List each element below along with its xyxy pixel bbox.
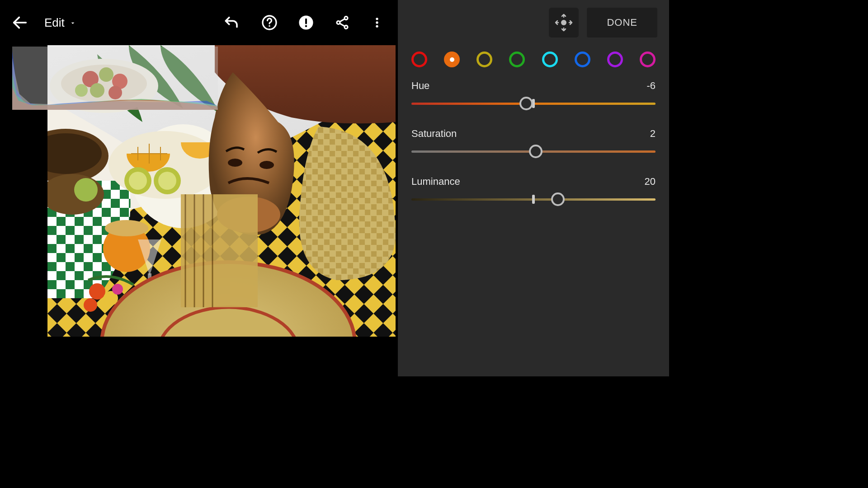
mode-label-text: Edit	[44, 16, 65, 30]
undo-button[interactable]	[222, 14, 241, 31]
svg-point-49	[105, 220, 148, 236]
svg-point-13	[376, 25, 378, 27]
svg-point-12	[376, 21, 378, 23]
main-area: Edit	[0, 0, 398, 376]
color-swatch-blue[interactable]	[575, 52, 590, 67]
hue-handle[interactable]	[519, 97, 533, 110]
chevron-down-icon	[69, 16, 76, 30]
adjustments-panel: DONE Hue -6 Saturation 2	[398, 0, 669, 376]
luminance-center-tick	[532, 195, 535, 204]
color-swatch-magenta[interactable]	[640, 52, 656, 67]
svg-point-5	[305, 25, 307, 28]
svg-point-2	[269, 25, 270, 27]
color-swatch-purple[interactable]	[607, 52, 623, 67]
luminance-slider[interactable]: Luminance 20	[411, 176, 656, 206]
hue-label: Hue	[411, 80, 429, 92]
color-swatch-yellow[interactable]	[476, 52, 492, 67]
color-swatch-orange[interactable]	[444, 52, 460, 67]
done-button-label: DONE	[607, 17, 637, 28]
luminance-value: 20	[645, 176, 656, 188]
svg-point-51	[89, 283, 105, 300]
svg-point-54	[112, 284, 123, 295]
histogram-overlay[interactable]	[12, 47, 218, 110]
luminance-handle[interactable]	[551, 192, 565, 206]
mode-dropdown[interactable]: Edit	[44, 16, 76, 30]
svg-point-45	[129, 172, 147, 190]
toolbar: Edit	[0, 0, 398, 45]
alert-button[interactable]	[298, 15, 314, 30]
svg-point-57	[259, 161, 274, 169]
svg-point-47	[158, 172, 176, 190]
svg-rect-62	[181, 194, 258, 307]
svg-point-11	[376, 18, 378, 20]
color-swatch-red[interactable]	[411, 52, 427, 67]
svg-rect-4	[305, 19, 307, 24]
svg-point-37	[74, 178, 98, 202]
svg-point-67	[561, 20, 566, 25]
help-button[interactable]	[261, 14, 278, 31]
done-button[interactable]: DONE	[587, 8, 657, 38]
svg-point-53	[84, 298, 97, 312]
saturation-slider[interactable]: Saturation 2	[411, 128, 656, 158]
hue-value: -6	[646, 80, 656, 92]
share-button[interactable]	[335, 15, 350, 30]
targeted-adjustment-button[interactable]	[549, 8, 579, 38]
saturation-handle[interactable]	[529, 145, 542, 158]
back-button[interactable]	[11, 14, 29, 32]
overflow-menu-button[interactable]	[371, 15, 383, 30]
luminance-label: Luminance	[411, 176, 460, 188]
color-swatch-aqua[interactable]	[542, 52, 558, 67]
svg-point-56	[228, 159, 242, 167]
saturation-label: Saturation	[411, 128, 457, 140]
svg-line-10	[340, 23, 345, 26]
hue-slider[interactable]: Hue -6	[411, 80, 656, 110]
saturation-value: 2	[650, 128, 656, 140]
color-swatch-green[interactable]	[509, 52, 525, 67]
photo-area[interactable]	[0, 45, 398, 376]
svg-line-9	[340, 19, 345, 22]
color-channel-selector	[398, 45, 669, 76]
